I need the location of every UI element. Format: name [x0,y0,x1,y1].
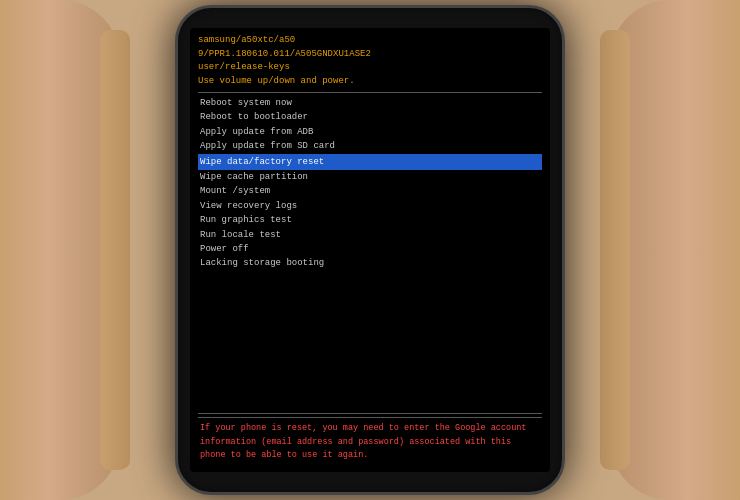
menu-item-wipe-data[interactable]: Wipe data/factory reset [198,154,542,170]
menu-item-reboot-bootloader[interactable]: Reboot to bootloader [198,110,542,124]
warning-text: If your phone is reset, you may need to … [200,422,540,462]
phone: samsung/a50xtc/a50 9/PPR1.180610.011/A50… [175,5,565,495]
menu-item-wipe-cache[interactable]: Wipe cache partition [198,170,542,184]
recovery-ui: samsung/a50xtc/a50 9/PPR1.180610.011/A50… [198,34,542,466]
screen: samsung/a50xtc/a50 9/PPR1.180610.011/A50… [190,28,550,472]
device-line-3: user/release-keys [198,61,542,75]
menu-item-view-recovery[interactable]: View recovery logs [198,199,542,213]
menu-item-power-off[interactable]: Power off [198,242,542,256]
instruction-line: Use volume up/down and power. [198,75,542,89]
device-line-1: samsung/a50xtc/a50 [198,34,542,48]
right-hand [610,0,740,500]
device-info: samsung/a50xtc/a50 9/PPR1.180610.011/A50… [198,34,542,93]
menu-item-apply-sd[interactable]: Apply update from SD card [198,139,542,153]
menu-item-apply-adb[interactable]: Apply update from ADB [198,125,542,139]
menu-item-lacking-storage[interactable]: Lacking storage booting [198,256,542,270]
warning-box: If your phone is reset, you may need to … [198,417,542,466]
menu-item-graphics-test[interactable]: Run graphics test [198,213,542,227]
menu-item-reboot-system[interactable]: Reboot system now [198,96,542,110]
separator [198,413,542,414]
menu-item-locale-test[interactable]: Run locale test [198,228,542,242]
scene: samsung/a50xtc/a50 9/PPR1.180610.011/A50… [0,0,740,500]
left-hand [0,0,120,500]
menu-item-mount-system[interactable]: Mount /system [198,184,542,198]
device-line-2: 9/PPR1.180610.011/A505GNDXU1ASE2 [198,48,542,62]
menu: Reboot system now Reboot to bootloader A… [198,96,542,410]
